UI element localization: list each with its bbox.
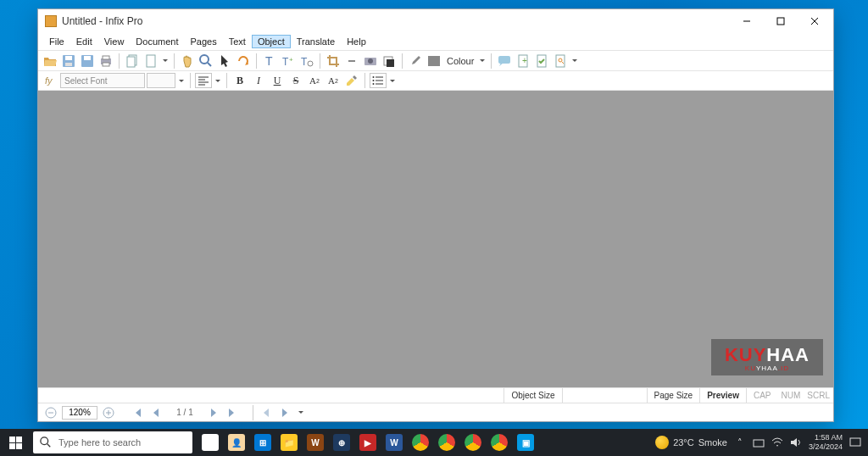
text-tool-button[interactable]: T bbox=[261, 53, 278, 70]
menu-file[interactable]: File bbox=[43, 35, 70, 48]
start-button[interactable] bbox=[0, 429, 31, 456]
app-icon bbox=[45, 15, 57, 27]
menu-object[interactable]: Object bbox=[252, 35, 291, 48]
tray-wifi-icon[interactable] bbox=[771, 437, 783, 448]
menu-document[interactable]: Document bbox=[130, 35, 184, 48]
tray-network-icon[interactable] bbox=[753, 437, 765, 448]
menu-edit[interactable]: Edit bbox=[70, 35, 98, 48]
statusbar: Object Size Page Size Preview CAP NUM SC… bbox=[38, 387, 833, 403]
crop-tool-button[interactable] bbox=[325, 53, 342, 70]
rotate-tool-button[interactable] bbox=[235, 53, 252, 70]
list-combo[interactable] bbox=[370, 73, 387, 88]
page-dropdown[interactable] bbox=[161, 53, 170, 70]
zoom-tool-button[interactable] bbox=[198, 53, 214, 70]
subscript-button[interactable]: A2 bbox=[325, 72, 342, 89]
redact-tool-button[interactable] bbox=[381, 53, 398, 70]
close-button[interactable] bbox=[798, 9, 832, 33]
link-tool-button[interactable] bbox=[343, 53, 360, 70]
taskbar-app-6[interactable]: ▣ bbox=[513, 429, 538, 456]
menu-text[interactable]: Text bbox=[223, 35, 252, 48]
status-spacer bbox=[562, 388, 647, 403]
save-button[interactable] bbox=[60, 53, 77, 70]
taskbar-app-chrome2[interactable] bbox=[434, 429, 459, 456]
menu-pages[interactable]: Pages bbox=[185, 35, 223, 48]
page-add-button[interactable]: + bbox=[515, 53, 531, 70]
underline-button[interactable]: U bbox=[269, 72, 286, 89]
zoom-out-button[interactable] bbox=[43, 405, 58, 420]
page-find-button[interactable] bbox=[552, 53, 569, 70]
copy-page-button[interactable] bbox=[124, 53, 141, 70]
taskbar-search[interactable]: Type here to search bbox=[33, 431, 192, 453]
weather-widget[interactable]: 23°C Smoke bbox=[655, 436, 727, 449]
zoom-in-button[interactable] bbox=[101, 405, 116, 420]
tray-chevron-icon[interactable]: ˄ bbox=[734, 437, 746, 448]
svg-point-31 bbox=[373, 80, 375, 81]
comment-button[interactable] bbox=[496, 53, 513, 70]
page-button[interactable] bbox=[142, 53, 159, 70]
tray-notifications-icon[interactable] bbox=[849, 437, 861, 448]
save-as-button[interactable] bbox=[79, 53, 96, 70]
font-select[interactable]: Select Font bbox=[60, 73, 145, 88]
taskbar-app-3[interactable]: W bbox=[303, 429, 328, 456]
next-page-button[interactable] bbox=[206, 405, 221, 420]
taskbar-app-word[interactable]: W bbox=[381, 429, 407, 456]
first-page-button[interactable] bbox=[130, 405, 145, 420]
print-button[interactable] bbox=[97, 53, 114, 70]
toolbar-format: fy Select Font B I U S A2 A2 bbox=[38, 70, 833, 91]
colour-dropdown[interactable] bbox=[478, 53, 487, 70]
text-plus-button[interactable]: T+ bbox=[280, 53, 297, 70]
taskbar-app-1[interactable]: ⚙ bbox=[198, 429, 223, 456]
zoom-input[interactable]: 120% bbox=[62, 406, 97, 420]
taskbar-app-4[interactable]: ⊕ bbox=[329, 429, 354, 456]
text-link-button[interactable]: T bbox=[298, 53, 315, 70]
align-combo[interactable] bbox=[195, 73, 212, 88]
align-dropdown[interactable] bbox=[214, 72, 222, 89]
colour-swatch-button[interactable] bbox=[426, 53, 442, 70]
italic-button[interactable]: I bbox=[250, 72, 267, 89]
font-size-dropdown[interactable] bbox=[177, 72, 186, 89]
page-tools-dropdown[interactable] bbox=[570, 53, 579, 70]
page-indicator[interactable]: 1 / 1 bbox=[167, 406, 203, 420]
list-dropdown[interactable] bbox=[388, 72, 397, 89]
page-check-button[interactable] bbox=[533, 53, 550, 70]
taskbar-app-store[interactable]: ⊞ bbox=[250, 429, 275, 456]
bold-button[interactable]: B bbox=[231, 72, 248, 89]
font-size-input[interactable] bbox=[147, 73, 175, 88]
font-style-button[interactable]: fy bbox=[42, 72, 58, 89]
taskbar-app-explorer[interactable]: 📁 bbox=[276, 429, 302, 456]
taskbar-app-chrome3[interactable] bbox=[460, 429, 486, 456]
taskbar-app-5[interactable]: ▶ bbox=[355, 429, 381, 456]
taskbar-app-2[interactable]: 👤 bbox=[224, 429, 249, 456]
pointer-tool-button[interactable] bbox=[216, 53, 233, 70]
svg-text:T: T bbox=[301, 56, 308, 67]
weather-temp: 23°C bbox=[673, 437, 694, 448]
search-icon bbox=[40, 437, 52, 448]
svg-rect-36 bbox=[754, 440, 764, 447]
workspace: KUYHAA KUYHAA.ID bbox=[38, 91, 833, 387]
maximize-button[interactable] bbox=[764, 9, 798, 33]
minimize-button[interactable] bbox=[730, 9, 764, 33]
menu-translate[interactable]: Translate bbox=[291, 35, 341, 48]
status-preview[interactable]: Preview bbox=[699, 388, 746, 403]
eyedropper-button[interactable] bbox=[407, 53, 424, 70]
hand-tool-button[interactable] bbox=[179, 53, 196, 70]
superscript-button[interactable]: A2 bbox=[306, 72, 323, 89]
svg-point-17 bbox=[308, 61, 313, 66]
nav-forward-button[interactable] bbox=[278, 405, 293, 420]
separator bbox=[320, 53, 320, 69]
svg-rect-3 bbox=[65, 63, 72, 66]
menu-help[interactable]: Help bbox=[341, 35, 372, 48]
nav-back-button[interactable] bbox=[259, 405, 275, 420]
highlight-button[interactable] bbox=[343, 72, 360, 89]
strikethrough-button[interactable]: S bbox=[287, 72, 304, 89]
prev-page-button[interactable] bbox=[148, 405, 164, 420]
camera-tool-button[interactable] bbox=[362, 53, 379, 70]
taskbar-app-chrome1[interactable] bbox=[408, 429, 433, 456]
taskbar-clock[interactable]: 1:58 AM 3/24/2024 bbox=[809, 433, 843, 452]
menu-view[interactable]: View bbox=[98, 35, 131, 48]
last-page-button[interactable] bbox=[225, 405, 240, 420]
open-button[interactable] bbox=[42, 53, 58, 70]
nav-dropdown[interactable] bbox=[297, 404, 305, 421]
tray-volume-icon[interactable] bbox=[790, 437, 802, 448]
taskbar-app-chrome4[interactable] bbox=[487, 429, 512, 456]
